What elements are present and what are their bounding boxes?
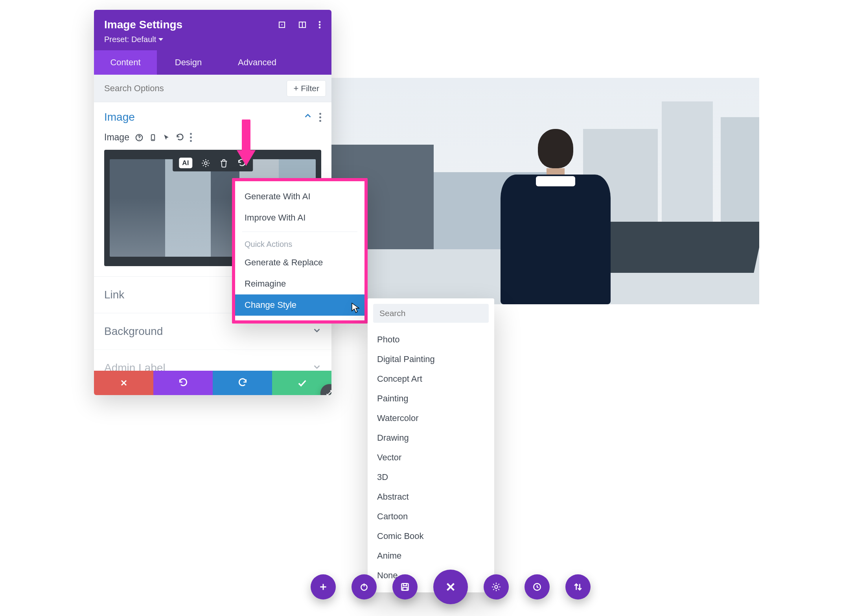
section-title-image: Image [104, 111, 135, 123]
style-option-3d[interactable]: 3D [368, 467, 494, 487]
builder-history-button[interactable] [525, 574, 550, 599]
menu-item-change-style[interactable]: Change Style [235, 294, 364, 316]
style-option-photo[interactable]: Photo [368, 330, 494, 349]
section-title-link: Link [104, 289, 124, 301]
builder-settings-button[interactable] [484, 574, 509, 599]
chevron-up-icon[interactable] [304, 112, 312, 123]
hero-parapet [589, 222, 759, 273]
preset-dropdown[interactable]: Preset: Default [104, 35, 321, 44]
style-option-comic-book[interactable]: Comic Book [368, 526, 494, 546]
section-title-background: Background [104, 325, 163, 338]
menu-separator [242, 232, 357, 232]
more-icon[interactable] [318, 20, 321, 29]
tab-advanced[interactable]: Advanced [220, 50, 294, 75]
phone-icon[interactable] [149, 133, 157, 142]
columns-icon[interactable] [298, 20, 307, 29]
change-style-popover: Photo Digital Painting Concept Art Paint… [368, 298, 494, 592]
filter-button[interactable]: + Filter [287, 80, 326, 97]
panel-tabs: Content Design Advanced [94, 50, 331, 75]
hero-image [331, 78, 759, 304]
cursor-icon[interactable] [162, 133, 170, 142]
builder-swap-button[interactable] [565, 574, 591, 599]
tab-design[interactable]: Design [157, 50, 220, 75]
ai-button[interactable]: AI [179, 158, 192, 168]
style-option-anime[interactable]: Anime [368, 546, 494, 566]
style-option-cartoon[interactable]: Cartoon [368, 507, 494, 526]
section-more-icon[interactable] [319, 113, 321, 122]
builder-save-button[interactable] [392, 574, 418, 599]
svg-point-11 [204, 162, 207, 164]
style-list: Photo Digital Painting Concept Art Paint… [368, 328, 494, 588]
undo-button[interactable] [153, 371, 213, 395]
tab-content[interactable]: Content [94, 50, 157, 75]
chevron-down-icon [313, 326, 321, 337]
menu-item-generate-replace[interactable]: Generate & Replace [235, 252, 364, 273]
style-option-watercolor[interactable]: Watercolor [368, 408, 494, 428]
svg-rect-20 [403, 583, 407, 585]
menu-item-reimagine[interactable]: Reimagine [235, 273, 364, 294]
style-option-painting[interactable]: Painting [368, 389, 494, 408]
trash-icon[interactable] [219, 158, 228, 168]
caret-down-icon [158, 38, 163, 41]
panel-header: Image Settings Preset: Default [94, 10, 331, 50]
search-row: + Filter [94, 75, 331, 102]
field-more-icon[interactable] [190, 133, 192, 142]
panel-title: Image Settings [104, 18, 182, 31]
svg-rect-21 [403, 587, 407, 590]
search-options-input[interactable] [104, 83, 237, 94]
hero-person [501, 129, 611, 304]
style-option-drawing[interactable]: Drawing [368, 428, 494, 448]
panel-action-bar [94, 371, 331, 395]
builder-add-button[interactable] [311, 574, 336, 599]
menu-item-generate-with-ai[interactable]: Generate With AI [235, 186, 364, 207]
expand-icon[interactable] [277, 20, 287, 29]
help-icon[interactable] [135, 133, 144, 142]
style-option-vector[interactable]: Vector [368, 448, 494, 467]
builder-close-button[interactable] [433, 570, 468, 604]
filter-label: Filter [301, 84, 319, 93]
svg-point-4 [319, 21, 321, 23]
builder-toolbar [311, 570, 591, 604]
image-field-label: Image [104, 132, 129, 143]
style-option-abstract[interactable]: Abstract [368, 487, 494, 507]
svg-line-14 [327, 391, 331, 395]
svg-point-5 [319, 24, 321, 26]
svg-point-1 [282, 24, 283, 26]
svg-point-24 [495, 585, 498, 588]
menu-heading-quick-actions: Quick Actions [235, 235, 364, 252]
reset-icon[interactable] [237, 158, 247, 168]
undo-icon[interactable] [176, 133, 184, 142]
menu-item-improve-with-ai[interactable]: Improve With AI [235, 207, 364, 228]
gear-icon[interactable] [201, 158, 210, 168]
builder-power-button[interactable] [352, 574, 377, 599]
redo-button[interactable] [213, 371, 272, 395]
plus-icon: + [293, 84, 298, 93]
style-option-digital-painting[interactable]: Digital Painting [368, 349, 494, 369]
ai-dropdown-menu: Generate With AI Improve With AI Quick A… [232, 178, 368, 324]
style-search-input[interactable] [373, 304, 489, 323]
style-option-concept-art[interactable]: Concept Art [368, 369, 494, 389]
image-toolbar: AI [173, 154, 253, 171]
svg-point-8 [139, 139, 140, 140]
preset-label: Preset: Default [104, 35, 156, 44]
svg-point-6 [319, 27, 321, 29]
discard-button[interactable] [94, 371, 153, 395]
